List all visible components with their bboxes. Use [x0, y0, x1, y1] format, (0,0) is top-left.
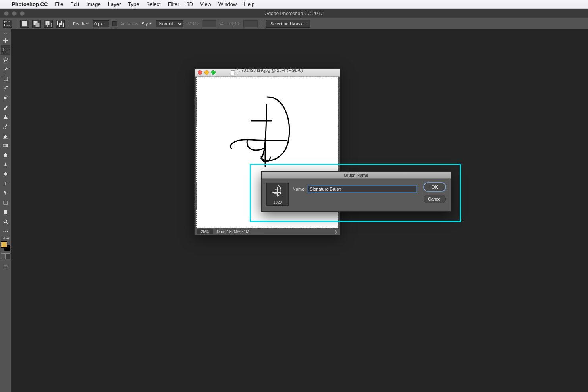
edit-toolbar-button[interactable]: ⋯ — [1, 226, 10, 236]
document-titlebar: 4. 731423419.jpg @ 25% (RGB/8) * — [195, 69, 340, 77]
marquee-tool[interactable] — [1, 45, 10, 55]
swap-colors-icon[interactable]: ⇆ — [6, 236, 10, 241]
crop-tool[interactable] — [1, 74, 10, 83]
path-selection-tool[interactable] — [1, 188, 10, 198]
brush-tool[interactable] — [1, 102, 10, 112]
svg-rect-11 — [4, 97, 7, 99]
document-icon — [231, 70, 235, 75]
pen-tool[interactable] — [1, 169, 10, 179]
svg-rect-15 — [4, 201, 8, 204]
lasso-tool[interactable] — [1, 55, 10, 64]
doc-maximize-button[interactable] — [211, 70, 216, 75]
type-tool[interactable]: T — [1, 179, 10, 188]
width-input — [202, 20, 216, 27]
svg-text:T: T — [4, 181, 7, 187]
selection-subtract-icon[interactable] — [44, 20, 53, 28]
selection-add-icon[interactable] — [32, 20, 41, 28]
rectangle-tool[interactable] — [1, 198, 10, 207]
menu-edit[interactable]: Edit — [70, 1, 79, 7]
app-titlebar: Adobe Photoshop CC 2017 — [0, 9, 588, 18]
swatch-controls: ◱⇆ — [1, 236, 10, 241]
svg-point-16 — [4, 220, 7, 223]
menu-help[interactable]: Help — [244, 1, 254, 7]
dodge-tool[interactable] — [1, 160, 10, 169]
dialog-title: Brush Name — [262, 172, 451, 179]
swap-dimensions-icon: ⇄ — [220, 21, 223, 26]
selection-new-icon[interactable] — [20, 20, 29, 28]
panel-grip-icon[interactable]: ▸▸ — [0, 32, 11, 35]
select-and-mask-button[interactable]: Select and Mask... — [266, 20, 311, 28]
menu-view[interactable]: View — [200, 1, 211, 7]
default-colors-icon[interactable]: ◱ — [2, 236, 5, 241]
height-input — [243, 20, 258, 27]
brush-thumbnail-icon — [269, 184, 286, 199]
zoom-tool[interactable] — [1, 217, 10, 226]
doc-minimize-button[interactable] — [204, 70, 209, 75]
clone-stamp-tool[interactable] — [1, 112, 10, 122]
height-label: Height: — [226, 21, 240, 26]
cancel-button[interactable]: Cancel — [424, 195, 446, 203]
selection-intersect-icon[interactable] — [56, 20, 65, 28]
brush-size-label: 1320 — [273, 200, 282, 205]
menu-filter[interactable]: Filter — [168, 1, 179, 7]
foreground-color-swatch[interactable] — [1, 241, 7, 248]
eyedropper-tool[interactable] — [1, 83, 10, 93]
doc-close-button[interactable] — [198, 70, 202, 75]
document-title: 4. 731423419.jpg @ 25% (RGB/8) * — [236, 68, 303, 77]
quick-mask-toggle[interactable] — [1, 253, 10, 261]
antialias-label: Anti-alias — [120, 21, 138, 26]
zoom-level[interactable]: 25% — [197, 229, 213, 234]
menu-3d[interactable]: 3D — [187, 1, 193, 7]
window-controls — [0, 11, 25, 16]
svg-rect-8 — [60, 23, 62, 25]
svg-point-10 — [4, 58, 8, 61]
svg-rect-3 — [36, 23, 40, 27]
width-label: Width: — [187, 21, 199, 26]
close-window-button[interactable] — [4, 11, 9, 16]
menu-image[interactable]: Image — [87, 1, 101, 7]
style-select[interactable]: Normal — [156, 20, 183, 27]
eraser-tool[interactable] — [1, 131, 10, 141]
style-label: Style: — [141, 21, 152, 26]
history-brush-tool[interactable] — [1, 122, 10, 131]
brush-name-input[interactable] — [308, 185, 417, 193]
brush-preview: 1320 — [266, 183, 289, 206]
gradient-tool[interactable] — [1, 141, 10, 150]
menu-select[interactable]: Select — [146, 1, 160, 7]
svg-rect-9 — [3, 48, 8, 52]
tools-panel: ▸▸ T ⋯ ◱⇆ ▭ — [0, 29, 11, 392]
svg-rect-0 — [5, 21, 10, 25]
magic-wand-tool[interactable] — [1, 64, 10, 74]
svg-rect-1 — [22, 21, 27, 26]
minimize-window-button[interactable] — [12, 11, 17, 16]
current-tool-icon[interactable] — [3, 20, 12, 28]
hand-tool[interactable] — [1, 207, 10, 217]
color-swatches[interactable] — [1, 241, 10, 251]
svg-rect-13 — [3, 144, 8, 147]
spot-healing-tool[interactable] — [1, 93, 10, 102]
brush-name-dialog: Brush Name 1320 Name: OK Cancel — [261, 171, 451, 212]
brush-name-label: Name: — [293, 187, 305, 191]
feather-label: Feather: — [73, 21, 89, 26]
maximize-window-button[interactable] — [20, 11, 25, 16]
doc-info[interactable]: Doc: 7.52M/6.51M — [217, 230, 249, 234]
svg-point-12 — [6, 96, 8, 97]
blur-tool[interactable] — [1, 150, 10, 160]
move-tool[interactable] — [1, 36, 10, 45]
menu-type[interactable]: Type — [128, 1, 139, 7]
document-statusbar: 25% Doc: 7.52M/6.51M ❯ — [195, 228, 340, 235]
ok-button[interactable]: OK — [424, 183, 446, 191]
signature-drawing — [224, 93, 311, 180]
feather-input[interactable] — [93, 20, 109, 27]
statusbar-menu-icon[interactable]: ❯ — [334, 230, 337, 234]
menu-window[interactable]: Window — [218, 1, 237, 7]
menu-layer[interactable]: Layer — [108, 1, 121, 7]
mac-menubar: Photoshop CC File Edit Image Layer Type … — [0, 0, 588, 9]
app-title: Adobe Photoshop CC 2017 — [265, 11, 323, 16]
app-menu[interactable]: Photoshop CC — [12, 1, 48, 7]
antialias-checkbox — [112, 21, 117, 26]
menu-file[interactable]: File — [55, 1, 63, 7]
screen-mode-button[interactable]: ▭ — [1, 262, 10, 270]
options-bar: Feather: Anti-alias Style: Normal Width:… — [0, 18, 588, 29]
